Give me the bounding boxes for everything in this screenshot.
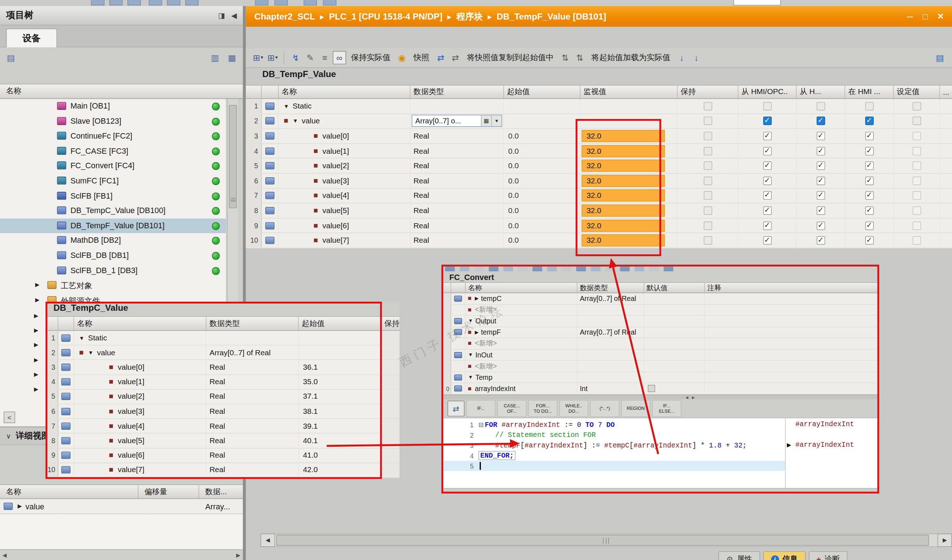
monitor-all-icon[interactable]: ∞	[333, 51, 346, 64]
hmi-opc-checkbox[interactable]	[763, 147, 771, 155]
in-hmi-checkbox[interactable]	[865, 177, 873, 185]
setpoint-checkbox[interactable]	[912, 132, 921, 140]
breadcrumb-item[interactable]: DB_TempF_Value [DB101]	[497, 12, 606, 22]
db-tempf-row[interactable]: 3value[0]Real0.032.0	[246, 129, 952, 143]
from-hmi-checkbox[interactable]	[816, 147, 825, 155]
snippet-button-2[interactable]: FOR...TO DO...	[528, 400, 558, 417]
plug-connection-icon[interactable]: ↯	[289, 51, 303, 64]
details-hscrollbar[interactable]: ◀ ▶	[0, 549, 243, 560]
tree-item[interactable]: DB_TempF_Value [DB101]	[0, 219, 226, 233]
chevron-down-icon[interactable]: ∨	[6, 432, 11, 440]
setpoint-checkbox[interactable]	[912, 162, 921, 170]
detail-view-icon[interactable]: ▤	[933, 51, 947, 64]
in-hmi-checkbox[interactable]	[865, 102, 873, 110]
from-hmi-checkbox[interactable]	[816, 102, 825, 110]
tree-item[interactable]: FC_CASE [FC3]	[0, 143, 226, 159]
db-tempc-row[interactable]: 8value[5]Real40.1	[46, 434, 399, 449]
expander-icon[interactable]: ▶	[35, 297, 39, 303]
db-tempc-row[interactable]: 4value[1]Real35.0	[46, 375, 399, 390]
scl-code-editor[interactable]: 1⊟FOR #arrayIndexInt := 0 TO 7 DO2 // St…	[442, 418, 878, 488]
tree-item[interactable]: FC_Convert [FC4]	[0, 159, 226, 174]
datatype-combo[interactable]: Array[0..7] o...▦▾	[412, 115, 502, 127]
retain-checkbox[interactable]	[703, 117, 712, 125]
inspector-tab-0[interactable]: ⚙属性	[718, 551, 760, 560]
expand-collapse-icon[interactable]: ⇄	[448, 401, 465, 417]
snippet-button-4[interactable]: (*...*)	[590, 400, 620, 417]
interface-row[interactable]: ▼InOut	[442, 349, 879, 361]
db-tempf-row[interactable]: 5value[2]Real0.032.0	[246, 159, 952, 174]
tree-scrollbar-thumb[interactable]	[229, 105, 237, 208]
tree-scroll-left-button[interactable]: <	[4, 412, 15, 423]
inspector-tab-2[interactable]: +诊断	[809, 551, 848, 560]
hmi-opc-checkbox[interactable]	[763, 221, 771, 230]
expander-icon[interactable]: ▶	[34, 313, 39, 319]
db-tempc-row[interactable]: 7value[4]Real39.1	[46, 419, 399, 434]
db-tempf-row[interactable]: 2▼valueArray[0..7] o...▦▾	[246, 114, 952, 129]
db-tempf-row[interactable]: 8value[5]Real0.032.0	[246, 203, 952, 218]
setpoint-checkbox[interactable]	[912, 191, 921, 200]
interface-row[interactable]: ▼Temp	[442, 372, 879, 383]
db-tempf-row[interactable]: 6value[3]Real0.032.0	[246, 174, 952, 188]
expander-icon[interactable]: ▶	[34, 386, 39, 392]
restore-button[interactable]: □	[923, 12, 928, 22]
copy-start-alt-icon[interactable]: ⇅	[573, 51, 587, 64]
setpoint-checkbox[interactable]	[912, 221, 921, 230]
scrollbar-track[interactable]	[275, 534, 938, 547]
scroll-left-icon[interactable]: ◀	[685, 395, 688, 400]
code-line[interactable]: 1⊟FOR #arrayIndexInt := 0 TO 7 DO	[443, 419, 785, 430]
fold-icon[interactable]: ⊟	[478, 421, 484, 428]
db-tempc-row[interactable]: 9value[6]Real41.0	[46, 448, 399, 463]
retain-checkbox[interactable]	[703, 102, 712, 110]
hmi-opc-checkbox[interactable]	[763, 162, 771, 170]
copy-snapshot-to-start-button[interactable]: 将快照值复制到起始值中	[467, 52, 553, 63]
code-line[interactable]: 2 // Statement section FOR	[443, 430, 785, 440]
expander-icon[interactable]: ▶	[34, 372, 39, 378]
expand-members-icon[interactable]: ≡	[318, 51, 331, 64]
expander-icon[interactable]: ▼	[284, 103, 289, 109]
retain-checkbox[interactable]	[703, 162, 712, 170]
load-values-icon[interactable]: ↓	[675, 51, 689, 64]
tree-item[interactable]: ContinueFc [FC2]	[0, 129, 226, 143]
load-start-as-actual-button[interactable]: 将起始值加载为实际值	[591, 52, 670, 63]
copy-snapshot-icon[interactable]: ⇄	[434, 51, 448, 64]
setpoint-checkbox[interactable]	[912, 236, 921, 245]
setpoint-checkbox[interactable]	[912, 147, 921, 155]
from-hmi-checkbox[interactable]	[816, 236, 825, 245]
collapse-panel-icon[interactable]: ◀	[231, 11, 236, 20]
inspector-tab-1[interactable]: i信息	[763, 551, 805, 560]
snippet-button-1[interactable]: CASE...OF...	[497, 400, 527, 417]
load-values-alt-icon[interactable]: ↓	[690, 51, 703, 64]
in-hmi-checkbox[interactable]	[865, 206, 873, 214]
db-tempc-row[interactable]: 6value[3]Real38.1	[46, 404, 399, 419]
details-table-row[interactable]: ▶valueArray...	[0, 499, 243, 514]
table-edit-icon[interactable]: ▦	[226, 52, 238, 64]
in-hmi-checkbox[interactable]	[865, 221, 873, 230]
tree-item[interactable]: ▶工艺对象	[0, 278, 226, 293]
expander-icon[interactable]: ▶	[34, 327, 39, 333]
scroll-left-button[interactable]: ◀	[261, 534, 275, 547]
pin-panel-icon[interactable]: ◨	[218, 11, 225, 20]
tab-devices[interactable]: 设备	[6, 29, 57, 47]
snippet-button-5[interactable]: REGION	[621, 400, 651, 417]
copy-snapshot-alt-icon[interactable]: ⇄	[449, 51, 462, 64]
from-hmi-checkbox[interactable]	[816, 191, 825, 200]
db-tempf-row[interactable]: 10value[7]Real0.032.0	[246, 233, 952, 248]
hmi-opc-checkbox[interactable]	[763, 191, 771, 200]
expander-icon[interactable]: ▼	[468, 352, 473, 358]
db-tempc-row[interactable]: 10value[7]Real42.0	[46, 463, 399, 478]
scrollbar-thumb[interactable]	[276, 535, 929, 546]
breadcrumb-item[interactable]: PLC_1 [CPU 1518-4 PN/DP]	[329, 12, 442, 22]
interface-row[interactable]: <新增>	[442, 338, 879, 349]
db-tempc-row[interactable]: 5value[2]Real37.1	[46, 390, 399, 404]
expander-icon[interactable]: ▶	[34, 342, 39, 348]
hmi-opc-checkbox[interactable]	[763, 117, 771, 125]
in-hmi-checkbox[interactable]	[865, 162, 873, 170]
retain-checkbox[interactable]	[703, 206, 712, 214]
db-tempf-row[interactable]: 1▼Static	[246, 99, 952, 114]
snapshot-button[interactable]: 快照	[414, 52, 430, 63]
setpoint-checkbox[interactable]	[912, 117, 921, 125]
in-hmi-checkbox[interactable]	[865, 147, 873, 155]
expander-icon[interactable]: ▼	[88, 349, 93, 356]
retain-checkbox[interactable]	[703, 191, 712, 200]
close-button[interactable]: ×	[938, 11, 944, 23]
